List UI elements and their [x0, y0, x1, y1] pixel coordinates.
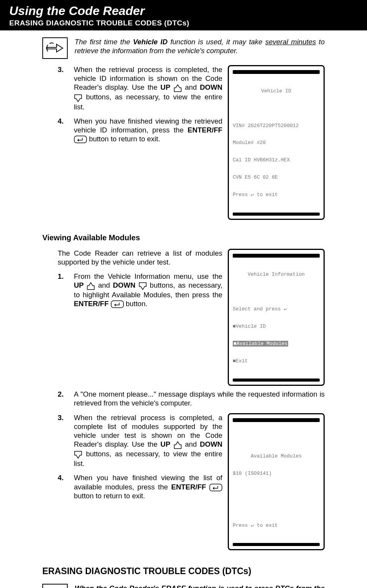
- pointing-hand-icon: [42, 37, 68, 59]
- svg-marker-7: [75, 451, 82, 458]
- section-erasing-head: ERASING DIAGNOSTIC TROUBLE CODES (DTCs): [42, 566, 325, 577]
- enter-ff-icon: [111, 300, 124, 308]
- header-title: Using the Code Reader: [9, 4, 358, 18]
- content: The first time the Vehicle ID function i…: [0, 30, 367, 588]
- page: Using the Code Reader ERASING DIAGNOSTIC…: [0, 0, 367, 588]
- device-title: Vehicle Information: [233, 272, 320, 278]
- step-a3: 3. When the retrieval process is complet…: [42, 65, 222, 111]
- device-screenshot-vehicle-id: Vehicle ID VIN# 2G26T220PT5200012 Module…: [228, 65, 325, 220]
- device-screenshot-vehicle-info: Vehicle Information Select and press ↵ ■…: [228, 249, 325, 386]
- device-title: Available Modules: [233, 454, 320, 459]
- device-title: Vehicle ID: [233, 89, 320, 94]
- note-first-use: The first time the Vehicle ID function i…: [42, 37, 325, 59]
- step-b4: 4. When you have finished viewing the li…: [42, 473, 222, 500]
- down-arrow-icon: [74, 450, 82, 459]
- enter-ff-icon: [74, 135, 87, 143]
- page-header: Using the Code Reader ERASING DIAGNOSTIC…: [0, 0, 367, 30]
- pointing-hand-icon: [42, 584, 68, 588]
- block-avail-mod-bottom: Available Modules $10 (ISO9141) Press ↵ …: [42, 413, 325, 554]
- note-text: The first time the Vehicle ID function i…: [75, 37, 325, 55]
- down-arrow-icon: [138, 281, 147, 290]
- svg-marker-1: [75, 95, 82, 102]
- up-arrow-icon: [173, 83, 182, 92]
- enter-ff-icon: [209, 483, 222, 491]
- note-erase-text: When the Code Reader's ERASE function is…: [75, 584, 325, 588]
- block-avail-mod-top: Vehicle Information Select and press ↵ ■…: [42, 249, 325, 390]
- svg-rect-2: [74, 136, 87, 143]
- step-b1: 1. From the Vehicle Information menu, us…: [42, 272, 222, 308]
- device-screenshot-available-modules: Available Modules $10 (ISO9141) Press ↵ …: [228, 413, 325, 551]
- svg-rect-8: [210, 484, 222, 491]
- up-arrow-icon: [87, 281, 95, 290]
- step-a4: 4. When you have finished viewing the re…: [42, 117, 222, 143]
- svg-marker-4: [139, 283, 146, 290]
- svg-marker-0: [174, 85, 181, 92]
- header-subtitle: ERASING DIAGNOSTIC TROUBLE CODES (DTCs): [9, 19, 358, 27]
- step-b3: 3. When the retrieval process is complet…: [42, 413, 222, 468]
- down-arrow-icon: [74, 93, 82, 102]
- svg-marker-3: [87, 283, 94, 290]
- up-arrow-icon: [173, 440, 182, 449]
- block-vehicle-id: Vehicle ID VIN# 2G26T220PT5200012 Module…: [42, 65, 325, 224]
- section-available-modules-head: Viewing Available Modules: [42, 233, 325, 243]
- note-erase: When the Code Reader's ERASE function is…: [42, 584, 325, 588]
- step-b2: 2. A "One moment please..." message disp…: [42, 390, 325, 407]
- svg-rect-5: [111, 301, 123, 308]
- svg-marker-6: [174, 442, 181, 449]
